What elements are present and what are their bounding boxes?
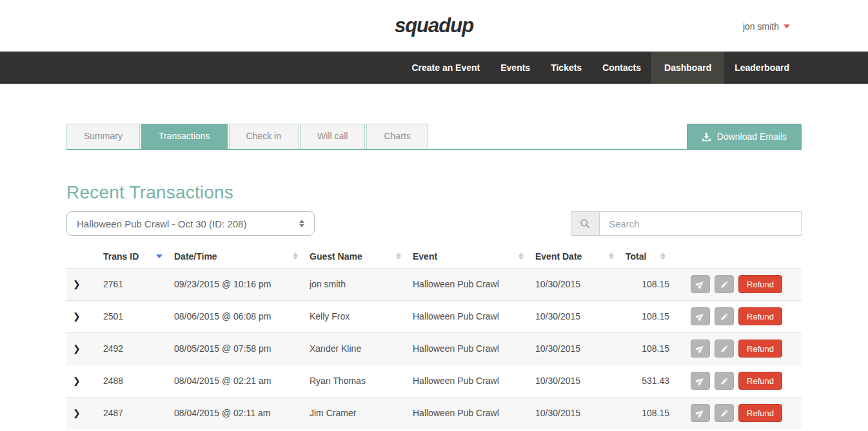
tab[interactable]: Transactions (141, 124, 228, 149)
tab[interactable]: Check in (229, 124, 299, 149)
cell-trans-id: 2488 (103, 365, 174, 397)
sort-icon (396, 253, 401, 260)
cell-total: 108.15 (626, 397, 677, 429)
pencil-icon (720, 280, 729, 289)
sort-icon (518, 253, 524, 260)
cell-guest-name: Jim Cramer (310, 397, 413, 429)
search-input[interactable] (599, 211, 802, 236)
actions-column-header (677, 245, 802, 268)
nav-item[interactable]: Create an Event (401, 52, 490, 84)
edit-button[interactable] (715, 404, 734, 422)
page-title: Recent Transactions (66, 182, 802, 203)
paper-plane-icon (694, 342, 707, 355)
column-header-event-date[interactable]: Event Date (535, 245, 626, 268)
select-stepper-icon (299, 220, 304, 227)
paper-plane-icon (694, 310, 707, 323)
column-header-event[interactable]: Event (413, 245, 535, 268)
table-row: ❯ 2492 08/05/2015 @ 07:58 pm Xander Klin… (66, 332, 802, 365)
cell-event-date: 10/30/2015 (535, 332, 626, 365)
user-menu[interactable]: jon smith (743, 21, 790, 32)
app-logo[interactable]: squadup (0, 14, 868, 37)
cell-trans-id: 2761 (103, 268, 174, 300)
cell-total: 108.15 (626, 332, 677, 365)
expand-row-chevron-icon[interactable]: ❯ (73, 408, 81, 418)
sort-desc-icon (156, 254, 163, 258)
download-emails-label: Download Emails (717, 131, 787, 142)
table-header-row: Trans ID Date/Time Guest Name Event (66, 245, 802, 268)
cell-guest-name: Ryan Thomas (310, 365, 413, 397)
send-email-button[interactable] (691, 404, 710, 422)
expand-row-chevron-icon[interactable]: ❯ (73, 343, 81, 354)
cell-datetime: 08/06/2015 @ 06:08 pm (174, 300, 310, 332)
send-email-button[interactable] (691, 307, 710, 325)
download-emails-button[interactable]: Download Emails (687, 124, 802, 149)
expand-row-chevron-icon[interactable]: ❯ (73, 311, 81, 321)
sort-icon (660, 253, 666, 260)
expand-column-header (66, 245, 103, 268)
send-email-button[interactable] (691, 275, 710, 293)
cell-event-date: 10/30/2015 (535, 300, 626, 332)
cell-guest-name: Xander Kline (310, 332, 413, 365)
column-header-trans-id[interactable]: Trans ID (103, 245, 174, 268)
cell-trans-id: 2501 (103, 300, 174, 332)
edit-button[interactable] (715, 307, 734, 325)
column-header-total[interactable]: Total (626, 245, 677, 268)
nav-item[interactable]: Leaderboard (724, 52, 800, 84)
pencil-icon (720, 345, 729, 353)
column-header-guest-name[interactable]: Guest Name (310, 245, 413, 268)
search-icon (580, 218, 591, 229)
paper-plane-icon (694, 374, 707, 387)
user-name: jon smith (743, 21, 779, 32)
expand-row-chevron-icon[interactable]: ❯ (73, 279, 81, 289)
edit-button[interactable] (715, 340, 734, 358)
cell-total: 108.15 (626, 268, 677, 300)
send-email-button[interactable] (691, 340, 710, 358)
controls-row: Halloween Pub Crawl - Oct 30 (ID: 208) (66, 211, 802, 236)
chevron-down-icon (784, 24, 790, 28)
cell-event: Halloween Pub Crawl (413, 365, 535, 397)
tabs: SummaryTransactionsCheck inWill callChar… (66, 124, 429, 149)
refund-button[interactable]: Refund (738, 404, 782, 422)
tab[interactable]: Summary (66, 124, 140, 149)
cell-datetime: 08/04/2015 @ 02:21 am (174, 365, 310, 397)
cell-trans-id: 2487 (103, 397, 174, 429)
edit-button[interactable] (715, 275, 734, 293)
cell-event: Halloween Pub Crawl (413, 397, 535, 429)
row-actions: Refund (677, 372, 782, 390)
table-row: ❯ 2761 09/23/2015 @ 10:16 pm jon smith H… (66, 268, 802, 300)
refund-button[interactable]: Refund (738, 372, 782, 390)
column-header-datetime[interactable]: Date/Time (174, 245, 310, 268)
refund-button[interactable]: Refund (738, 275, 782, 293)
cell-total: 108.15 (626, 300, 677, 332)
tab-strip: SummaryTransactionsCheck inWill callChar… (66, 124, 802, 150)
cell-datetime: 08/04/2015 @ 02:11 am (174, 397, 310, 429)
search-group (571, 211, 802, 236)
top-header: squadup jon smith (0, 0, 868, 52)
search-addon[interactable] (571, 211, 599, 236)
nav-item[interactable]: Dashboard (651, 52, 724, 84)
cell-event: Halloween Pub Crawl (413, 332, 535, 365)
paper-plane-icon (694, 278, 707, 291)
tab[interactable]: Charts (366, 124, 428, 149)
row-actions: Refund (677, 340, 782, 358)
nav-item[interactable]: Contacts (592, 52, 651, 84)
nav-item[interactable]: Tickets (540, 52, 592, 84)
event-select-value: Halloween Pub Crawl - Oct 30 (ID: 208) (77, 218, 246, 229)
event-select[interactable]: Halloween Pub Crawl - Oct 30 (ID: 208) (66, 211, 315, 236)
send-email-button[interactable] (691, 372, 710, 390)
nav-item[interactable]: Events (490, 52, 540, 84)
cell-event: Halloween Pub Crawl (413, 300, 535, 332)
edit-button[interactable] (715, 372, 734, 390)
sort-icon (293, 253, 298, 260)
expand-row-chevron-icon[interactable]: ❯ (73, 376, 81, 386)
refund-button[interactable]: Refund (738, 307, 782, 325)
cell-datetime: 09/23/2015 @ 10:16 pm (174, 268, 310, 300)
tab[interactable]: Will call (300, 124, 365, 149)
refund-button[interactable]: Refund (738, 340, 782, 358)
table-row: ❯ 2488 08/04/2015 @ 02:21 am Ryan Thomas… (66, 365, 802, 397)
pencil-icon (720, 312, 729, 321)
paper-plane-icon (694, 407, 707, 419)
dashboard-content: SummaryTransactionsCheck inWill callChar… (66, 124, 802, 429)
cell-guest-name: jon smith (310, 268, 413, 300)
nav-items: Create an EventEventsTicketsContactsDash… (401, 52, 800, 84)
